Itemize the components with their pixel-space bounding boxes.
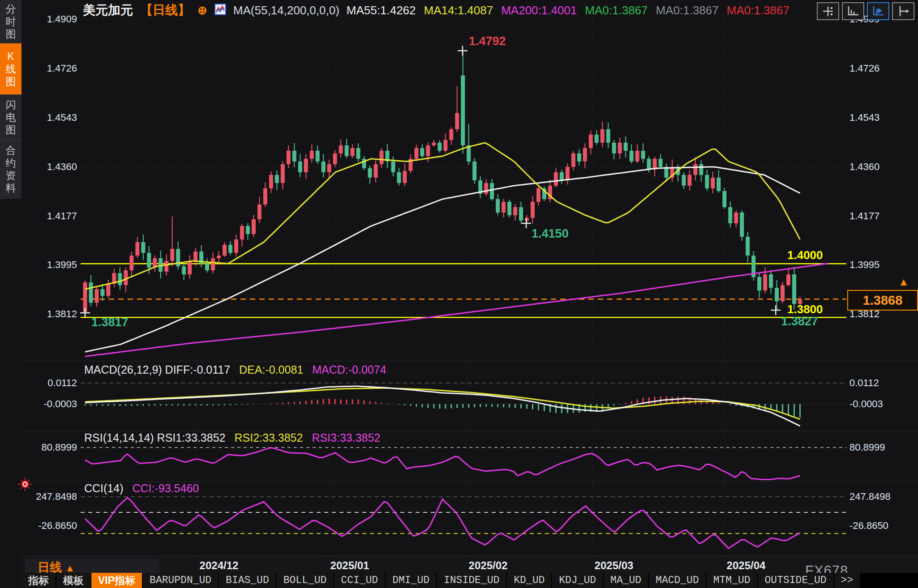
x-axis-month-label: 2025/01 [330, 559, 369, 572]
rsi-header-item: RSI3:33.3852 [312, 431, 380, 444]
trading-app-window: 分 时 图K 线 图闪 电 图合 约 资 料 美元加元 【日线】 ⊕ MA(55… [0, 0, 918, 588]
macd-header-item: DEA:-0.0081 [239, 363, 303, 376]
last-price-box: 1.3868 [847, 290, 918, 311]
sidebar-item-3[interactable]: 合 约 资 料 [0, 140, 21, 199]
last-price-value: 1.3868 [863, 293, 903, 308]
indicator-tab-[interactable]: 指标 [21, 573, 56, 588]
chart-axes-active-icon[interactable] [867, 2, 889, 20]
sidebar-item-2[interactable]: 闪 电 图 [0, 95, 21, 140]
price-annotation: 1.4150 [532, 227, 569, 241]
price-tick-left: 1.3812 [32, 308, 77, 320]
price-tick-right: 1.4543 [849, 112, 879, 124]
price-annotation: 1.4792 [469, 34, 506, 48]
pan-crosshair-icon[interactable] [817, 2, 839, 20]
cci-header: CCI(14)CCI:-93.5460 [84, 482, 199, 495]
ma-value: MA0:1.3867 [656, 4, 719, 17]
indicator-tick-left: 80.8999 [32, 442, 77, 453]
indicator-tab-vip[interactable]: VIP指标 [91, 573, 143, 588]
indicator-tick-left: 0.0112 [32, 377, 77, 389]
indicator-tab-kdjud[interactable]: KDJ_UD [552, 573, 604, 588]
ma-value: MA200:1.4001 [501, 4, 577, 17]
chart-toolbar [817, 2, 914, 20]
indicator-tab-dmiud[interactable]: DMI_UD [386, 573, 437, 588]
x-axis-month-label: 2025/03 [595, 559, 634, 572]
price-tick-right: 1.3995 [849, 259, 879, 271]
indicator-tab-cciud[interactable]: CCI_UD [334, 573, 386, 588]
ma-value: MA0:1.3867 [727, 4, 789, 17]
macd-header-item: MACD:-0.0074 [312, 363, 386, 376]
price-tick-left: 1.4543 [32, 112, 77, 124]
price-annotation: 1.3827 [781, 315, 818, 328]
last-price-arrow-icon: ▲ [898, 276, 909, 288]
axis-shift-icon[interactable] [892, 2, 914, 20]
indicator-tick-left: -26.8650 [32, 520, 77, 532]
ma-value: MA14:1.4087 [424, 4, 493, 17]
indicator-tick-right: -26.8650 [849, 520, 888, 532]
indicator-tab-bar: 指标模板VIP指标BARUPDN_UDBIAS_UDBOLL_UDCCI_UDD… [21, 573, 918, 588]
indicator-tab-[interactable]: 模板 [56, 573, 91, 588]
cci-header-item: CCI(14) [84, 482, 124, 495]
macd-header: MACD(26,12,9) DIFF:-0.0117DEA:-0.0081MAC… [84, 363, 386, 376]
indicator-tab-outsideud[interactable]: OUTSIDE_UD [758, 573, 834, 588]
ma-settings-label: MA(55,14,200,0,0,0) [233, 4, 339, 17]
price-annotation: 1.3817 [91, 315, 129, 329]
indicator-tick-right: -0.0003 [849, 398, 883, 410]
ma-values-row: MA55:1.4262MA14:1.4087MA200:1.4001MA0:1.… [347, 4, 789, 17]
sidebar-item-1[interactable]: K 线 图 [0, 43, 21, 95]
indicator-tick-left: 247.8498 [32, 491, 77, 503]
chart-header: 美元加元 【日线】 ⊕ MA(55,14,200,0,0,0) MA55:1.4… [83, 3, 789, 18]
price-tick-right: 1.4360 [849, 161, 879, 173]
price-tick-left: 1.4909 [32, 13, 77, 25]
indicator-tab-bollud[interactable]: BOLL_UD [277, 573, 335, 588]
indicator-tab-kdud[interactable]: KD_UD [507, 573, 552, 588]
indicator-tab-biasud[interactable]: BIAS_UD [219, 573, 277, 588]
macd-header-item: MACD(26,12,9) DIFF:-0.0117 [84, 363, 230, 376]
ma-value: MA0:1.3867 [585, 4, 648, 17]
indicator-tab-insideud[interactable]: INSIDE_UD [437, 573, 507, 588]
sidebar-item-0[interactable]: 分 时 图 [0, 0, 21, 43]
indicator-tab-maud[interactable]: MA_UD [604, 573, 649, 588]
indicator-tab-macdud[interactable]: MACD_UD [649, 573, 707, 588]
x-axis-month-label: 2025/04 [727, 559, 766, 572]
chart-canvas[interactable] [0, 0, 918, 588]
price-tick-right: 1.4726 [849, 63, 879, 74]
price-tick-left: 1.3995 [32, 259, 77, 271]
cci-header-item: CCI:-93.5460 [133, 482, 199, 495]
period-label: 日线 [38, 561, 62, 574]
price-tick-left: 1.4360 [32, 161, 77, 173]
rsi-header: RSI(14,14,14) RSI1:33.3852RSI2:33.3852RS… [84, 431, 380, 444]
price-tick-left: 1.4177 [32, 210, 77, 222]
rsi-header-item: RSI2:33.3852 [234, 431, 303, 444]
record-target-icon[interactable] [18, 477, 32, 491]
indicator-tab-[interactable]: >> [834, 573, 861, 588]
indicator-tick-right: 0.0112 [849, 377, 879, 389]
indicator-tab-barupdnud[interactable]: BARUPDN_UD [143, 573, 219, 588]
symbol-title: 美元加元 [83, 2, 133, 19]
indicator-tick-right: 80.8999 [849, 442, 885, 453]
rsi-header-item: RSI(14,14,14) RSI1:33.3852 [84, 431, 225, 444]
indicator-tick-left: -0.0003 [32, 398, 77, 410]
indicator-tab-mtmud[interactable]: MTM_UD [707, 573, 758, 588]
period-tag[interactable]: 【日线】 [140, 2, 190, 19]
period-arrow-icon: ▲ [65, 562, 75, 574]
price-tick-left: 1.4726 [32, 63, 77, 74]
indicator-tick-right: 247.8498 [849, 491, 891, 503]
ma-value: MA55:1.4262 [347, 4, 416, 17]
x-axis-month-label: 2025/02 [469, 559, 508, 572]
target-plus-icon[interactable]: ⊕ [197, 4, 207, 17]
mini-chart-icon[interactable] [214, 4, 226, 17]
chart-axes-icon[interactable] [842, 2, 864, 20]
x-axis-month-label: 2024/12 [200, 559, 239, 572]
chart-type-sidebar: 分 时 图K 线 图闪 电 图合 约 资 料 [0, 0, 21, 198]
level-label-14000: 1.4000 [787, 248, 823, 262]
price-tick-right: 1.4177 [849, 210, 879, 222]
